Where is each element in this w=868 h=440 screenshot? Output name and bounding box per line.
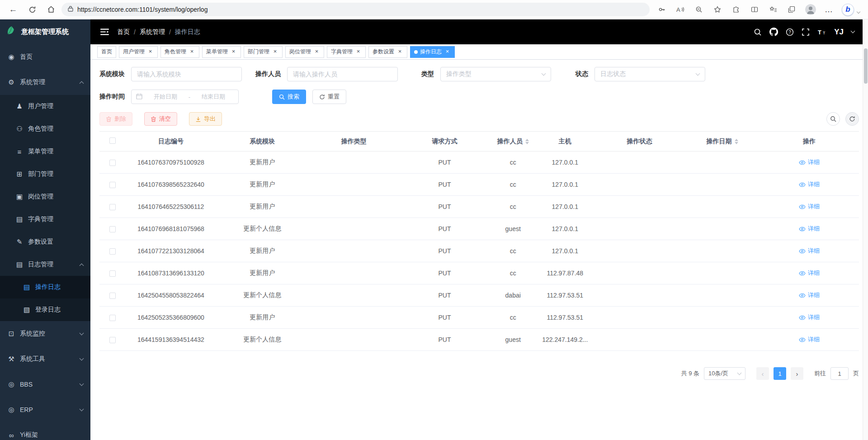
back-icon[interactable]: ← [8, 5, 18, 14]
row-checkbox[interactable] [109, 293, 116, 299]
tab-close-icon[interactable]: × [189, 48, 195, 55]
extensions-icon[interactable] [731, 5, 741, 14]
tab[interactable]: 岗位管理 × [285, 46, 324, 58]
tab[interactable]: 首页 [97, 46, 116, 58]
search-icon[interactable] [754, 28, 762, 36]
row-checkbox[interactable] [109, 182, 116, 188]
sidebar-item[interactable]: ⚇ 角色管理 [0, 118, 90, 140]
address-bar[interactable]: https://ccnetcore.com:1101/system/log/op… [61, 3, 650, 16]
date-range-picker[interactable]: 开始日期 - 结束日期 [131, 90, 239, 104]
tab[interactable]: 操作日志 × [410, 46, 455, 58]
sidebar-item[interactable]: ♟ 用户管理 [0, 95, 90, 118]
sidebar-item[interactable]: ▧ 登录日志 [0, 298, 90, 321]
next-page-button[interactable]: › [791, 367, 803, 380]
sidebar-item[interactable]: ◎ BBS [0, 372, 90, 397]
fullscreen-icon[interactable] [802, 28, 810, 36]
row-checkbox[interactable] [109, 315, 116, 321]
tab-close-icon[interactable]: × [355, 48, 362, 55]
sidebar-item[interactable]: ✎ 参数设置 [0, 231, 90, 253]
page-number-1[interactable]: 1 [774, 367, 786, 380]
sidebar-item[interactable]: ⚒ 系统工具 [0, 346, 90, 372]
collections-icon[interactable] [787, 5, 797, 14]
sidebar-item[interactable]: ▤ 操作日志 [0, 276, 90, 298]
tab-close-icon[interactable]: × [272, 48, 278, 55]
table-refresh-button[interactable] [845, 112, 859, 126]
sidebar-item[interactable]: ∞ Yi框架 [0, 422, 90, 440]
row-checkbox[interactable] [109, 337, 116, 343]
row-checkbox[interactable] [109, 226, 116, 232]
reset-button[interactable]: 重置 [312, 90, 346, 104]
scrollbar-thumb[interactable] [864, 48, 868, 84]
sidebar-item[interactable]: ≡ 菜单管理 [0, 140, 90, 163]
goto-page-input[interactable] [830, 367, 849, 380]
favorites-bar-icon[interactable] [768, 5, 778, 14]
detail-link[interactable]: 详细 [799, 225, 820, 233]
refresh-icon[interactable] [27, 5, 37, 14]
select-all-checkbox[interactable] [109, 137, 116, 144]
read-aloud-icon[interactable]: A [675, 5, 685, 14]
tab-close-icon[interactable]: × [396, 48, 403, 55]
tab[interactable]: 角色管理 × [160, 46, 199, 58]
status-select[interactable]: 日志状态 [594, 67, 705, 81]
detail-link[interactable]: 详细 [799, 313, 820, 322]
row-checkbox[interactable] [109, 204, 116, 210]
breadcrumb-item[interactable]: 操作日志 [175, 28, 200, 36]
detail-link[interactable]: 详细 [799, 203, 820, 211]
type-select[interactable]: 操作类型 [440, 67, 551, 81]
bing-icon[interactable]: b [842, 4, 854, 16]
clear-button[interactable]: 清空 [144, 112, 177, 126]
module-input[interactable] [131, 67, 242, 81]
sidebar-item[interactable]: ▣ 岗位管理 [0, 185, 90, 208]
help-icon[interactable]: ? [786, 28, 794, 36]
tab[interactable]: 字典管理 × [327, 46, 366, 58]
detail-link[interactable]: 详细 [799, 247, 820, 255]
row-checkbox[interactable] [109, 160, 116, 166]
operator-input[interactable] [287, 67, 398, 81]
profile-avatar[interactable] [805, 4, 816, 15]
export-button[interactable]: 导出 [189, 112, 222, 126]
zoom-out-icon[interactable] [694, 5, 704, 14]
row-checkbox[interactable] [109, 248, 116, 255]
sidebar-item[interactable]: ⊡ 系统监控 [0, 321, 90, 346]
table-search-button[interactable] [826, 112, 840, 126]
tab[interactable]: 参数设置 × [368, 46, 407, 58]
sidebar-item[interactable]: ⊞ 部门管理 [0, 163, 90, 185]
detail-link[interactable]: 详细 [799, 180, 820, 189]
page-scrollbar[interactable] [863, 19, 868, 440]
sidebar-item[interactable]: ⚙ 系统管理 [0, 70, 90, 95]
breadcrumb-item[interactable]: 系统管理 [140, 28, 165, 36]
favorites-add-icon[interactable] [712, 5, 722, 14]
hamburger-icon[interactable] [100, 28, 109, 35]
tab[interactable]: 部门管理 × [244, 46, 283, 58]
sidebar-item[interactable]: ▤ 日志管理 [0, 253, 90, 276]
search-button[interactable]: 搜索 [272, 90, 306, 104]
tab-close-icon[interactable]: × [230, 48, 237, 55]
font-size-icon[interactable]: TT [817, 28, 826, 36]
github-icon[interactable] [769, 28, 778, 36]
sidebar-item[interactable]: ▤ 字典管理 [0, 208, 90, 231]
detail-link[interactable]: 详细 [799, 158, 820, 166]
sort-icon[interactable] [525, 139, 529, 144]
tab-close-icon[interactable]: × [444, 48, 451, 55]
prev-page-button[interactable]: ‹ [756, 367, 769, 380]
chevron-down-icon[interactable] [851, 29, 855, 33]
sidebar-item[interactable]: ◉ 首页 [0, 44, 90, 70]
tab-close-icon[interactable]: × [147, 48, 154, 55]
delete-button[interactable]: 删除 [99, 112, 132, 126]
password-key-icon[interactable] [657, 5, 667, 14]
sidebar-item[interactable]: ◎ ERP [0, 397, 90, 422]
row-checkbox[interactable] [109, 270, 116, 277]
user-logo[interactable]: YJ [834, 28, 844, 37]
bing-caret-icon[interactable] [857, 10, 860, 14]
page-size-select[interactable]: 10条/页 [704, 367, 745, 380]
detail-link[interactable]: 详细 [799, 336, 820, 344]
sort-icon[interactable] [735, 139, 738, 144]
detail-link[interactable]: 详细 [799, 269, 820, 277]
tab[interactable]: 用户管理 × [119, 46, 158, 58]
detail-link[interactable]: 详细 [799, 291, 820, 299]
breadcrumb-item[interactable]: 首页 [117, 28, 130, 36]
tab[interactable]: 菜单管理 × [202, 46, 241, 58]
split-screen-icon[interactable] [750, 5, 760, 14]
home-icon[interactable] [46, 5, 56, 14]
browser-menu-icon[interactable]: … [825, 5, 833, 14]
